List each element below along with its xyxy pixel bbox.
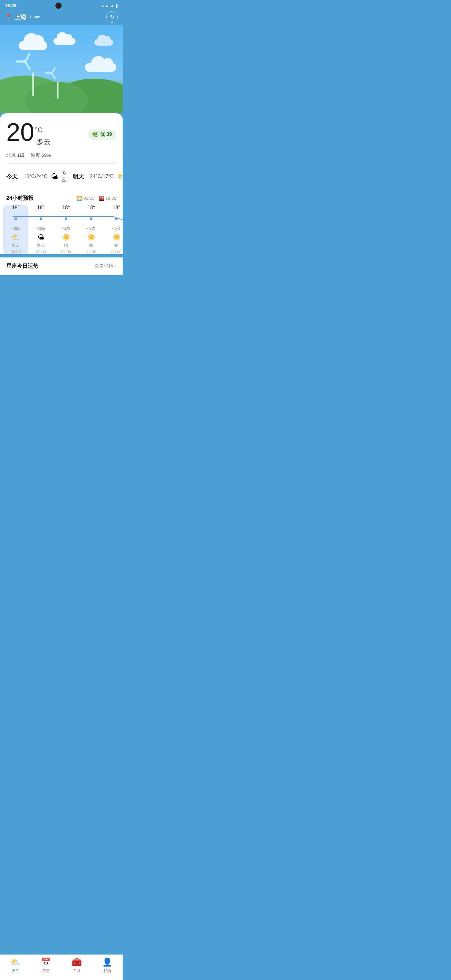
hour-cond-1: 多云 [37,243,45,248]
status-icons: ▲▲ ▲ ▮ [101,3,118,8]
hour-time-3: 23:00 [86,250,97,254]
constellation-arrow-icon: › [115,263,116,269]
hour-time-2: 22:00 [61,250,71,254]
hourly-section-header: 24小时预报 🌅 05:15 🌇 18:29 [0,189,123,205]
constellation-section[interactable]: 星座今日运势 查看详情 › [0,258,123,275]
chart-dot-0 [14,218,17,220]
wind-info: 北风 1级 [6,152,25,158]
content-padding [0,275,123,300]
tomorrow-label: 明天 [73,173,87,180]
today-forecast: 今天 16°C/24°C 🌤 多云 [6,170,67,183]
hourly-title: 24小时预报 [6,194,33,202]
cloud-2 [54,38,75,45]
hour-temp-0: 18° [12,205,19,210]
hourly-scroll[interactable]: 18°<3级⛅多云20:0018°<3级🌤多云21:0018°<3级☀️晴22:… [0,205,123,254]
hour-time-1: 21:00 [36,250,46,254]
windmill-2 [57,82,59,99]
refresh-icon: ↻ [110,14,114,21]
today-label: 今天 [6,173,21,180]
hour-cond-0: 多云 [12,243,20,248]
hour-icon-2: ☀️ [62,233,70,241]
hour-temp-3: 18° [87,205,95,210]
battery-icon: ▮ [116,3,118,8]
today-icon: 🌤 [51,172,58,181]
status-bar: 16:38 ▲▲ ▲ ▮ [0,0,123,10]
hour-temp-2: 18° [62,205,70,210]
location-pin-icon: 📍 [5,14,12,21]
weather-condition: 多云 [37,137,51,146]
weather-card: 20 °C 多云 🌿 优 39 北风 1级 湿度 69% 今天 16°C/24°… [0,113,123,189]
hour-temp-1: 18° [37,205,44,210]
hour-icon-4: ☀️ [112,233,121,241]
hour-item-21:00[interactable]: 18°<3级🌤多云21:00 [28,205,54,254]
hour-temp-4: 18° [113,205,120,210]
hour-wind-1: <3级 [37,226,45,231]
cloud-1 [19,41,47,50]
hour-cond-4: 晴 [114,243,119,248]
hour-wind-4: <3级 [112,226,121,231]
wind-humidity-row: 北风 1级 湿度 69% [6,152,116,158]
cloud-4 [85,63,116,72]
add-city-button[interactable]: + [28,14,32,21]
hour-item-23:00[interactable]: 18°<3级☀️晴23:00 [79,205,104,254]
hour-wind-0: <3级 [11,226,20,231]
windmill-1 [32,72,35,96]
hour-icon-1: 🌤 [37,233,44,241]
hour-wind-3: <3级 [87,226,95,231]
aqi-leaf-icon: 🌿 [92,132,98,138]
temperature-value: 20 [6,119,34,145]
chart-dot-2 [65,218,67,220]
tomorrow-icon: ⛅ [117,172,123,181]
hour-icon-0: ⛅ [12,233,20,241]
hills [0,76,123,113]
wifi-icon: ▲ [110,3,114,8]
hour-icon-3: ☀️ [87,233,95,241]
sunset-icon: 🌇 [99,196,104,201]
tomorrow-temp: 24°C/17°C [90,174,114,180]
aqi-badge: 🌿 优 39 [87,129,116,140]
hourly-items: 18°<3级⛅多云20:0018°<3级🌤多云21:0018°<3级☀️晴22:… [0,205,123,254]
aqi-value: 优 39 [100,131,112,138]
hour-item-00:00[interactable]: 18°<3级☀️晴00:00 [104,205,123,254]
tomorrow-forecast: 明天 24°C/17°C ⛅ 多云 [73,170,123,183]
constellation-link[interactable]: 查看详情 › [95,263,116,269]
humidity-info: 湿度 69% [31,152,51,158]
city-name[interactable]: 上海 [14,13,26,21]
hour-time-0: 20:00 [11,250,21,254]
today-cond: 多云 [61,170,67,183]
hour-cond-2: 晴 [64,243,68,248]
constellation-link-text: 查看详情 [95,263,114,269]
sunrise-icon: 🌅 [77,196,82,201]
app-header: 📍 上海 + ↻ [0,10,123,25]
cloud-3 [94,39,113,46]
forecast-row: 今天 16°C/24°C 🌤 多云 明天 24°C/17°C ⛅ 多云 [6,169,116,185]
hour-item-22:00[interactable]: 18°<3级☀️晴22:00 [54,205,79,254]
sun-times: 🌅 05:15 🌇 18:29 [77,196,116,201]
sunrise-time: 05:15 [83,196,94,201]
hour-wind-2: <3级 [62,226,70,231]
sky-illustration [0,25,123,113]
chart-dot-3 [90,218,92,220]
constellation-title: 星座今日运势 [6,262,38,270]
chart-dot-1 [40,218,42,220]
temp-unit: °C [35,126,51,134]
hour-cond-3: 晴 [89,243,94,248]
hour-item-20:00[interactable]: 18°<3级⛅多云20:00 [3,205,28,254]
divider-1 [6,163,116,164]
sunset-time: 18:29 [105,196,116,201]
signal-icon: ▲▲ [101,3,109,8]
hour-time-4: 00:00 [111,250,122,254]
status-time: 16:38 [5,3,16,8]
location-section[interactable]: 📍 上海 + [5,13,40,21]
today-temp: 16°C/24°C [24,174,48,180]
chart-dot-4 [115,218,118,220]
refresh-button[interactable]: ↻ [106,11,118,23]
sunrise: 🌅 05:15 [77,196,94,201]
sunset: 🌇 18:29 [99,196,116,201]
